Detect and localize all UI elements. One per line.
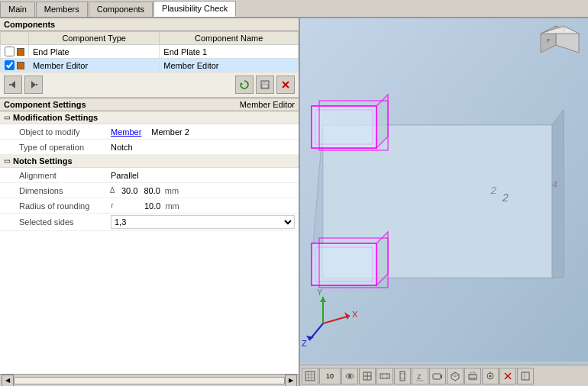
bottom-scrollbar[interactable]: ◀ ▶ — [0, 374, 299, 386]
components-toolbar — [0, 72, 299, 98]
viewport-toolbar: 10 — [300, 365, 588, 386]
tab-plausibility-check[interactable]: Plausibility Check — [153, 1, 236, 17]
box-icon — [450, 371, 460, 381]
cam2-button[interactable] — [482, 368, 499, 384]
print-icon — [467, 371, 478, 381]
row2-check-cell[interactable] — [1, 59, 29, 72]
object-value2: Member 2 — [151, 127, 189, 137]
expand-icon — [520, 371, 531, 381]
print-button[interactable] — [464, 368, 481, 384]
save-icon — [260, 79, 270, 90]
settings-title: Component Settings — [4, 100, 86, 109]
tab-bar: Main Members Components Plausibility Che… — [0, 0, 588, 18]
prop-name-dimensions: Dimensions — [15, 185, 107, 197]
left-panel: Components Component Type Component Name — [0, 18, 300, 386]
col-checkbox — [1, 32, 29, 45]
notch-settings-group[interactable]: ▭ Notch Settings — [0, 155, 299, 168]
table-row[interactable]: Member Editor Member Editor — [1, 59, 299, 72]
svg-marker-4 — [241, 82, 243, 85]
components-section: Components Component Type Component Name — [0, 18, 299, 72]
prop-name-alignment: Alignment — [15, 169, 107, 182]
row1-checkbox[interactable] — [5, 47, 15, 56]
prop-value-sides: 1,3 2,4 1,2,3,4 — [107, 214, 299, 230]
type-value: Notch — [111, 143, 133, 152]
fit-h-icon — [380, 371, 390, 381]
tab-components[interactable]: Components — [89, 2, 153, 17]
refresh-button[interactable] — [235, 76, 254, 94]
components-header: Components — [0, 18, 299, 31]
tab-members[interactable]: Members — [36, 2, 88, 17]
row2-name: Member Editor — [160, 59, 299, 72]
svg-rect-3 — [36, 84, 37, 85]
prop-value-alignment: Parallel — [107, 169, 299, 182]
row1-type: End Plate — [29, 45, 160, 59]
svg-line-63 — [451, 375, 455, 377]
scene-container: 4 2 X Y Z — [300, 18, 588, 386]
object-link[interactable]: Member — [111, 127, 141, 137]
settings-subtitle: Member Editor — [240, 100, 295, 109]
svg-rect-54 — [400, 372, 405, 381]
prop-value-radius: 10.0 mm — [118, 200, 299, 212]
svg-marker-13 — [552, 110, 564, 278]
sides-select[interactable]: 1,3 2,4 1,2,3,4 — [111, 215, 295, 229]
prop-selected-sides: Selected sides 1,3 2,4 1,2,3,4 — [0, 214, 299, 231]
prop-radius: Radius of rounding r 10.0 mm — [0, 198, 299, 214]
fit-v-icon — [397, 371, 408, 381]
prop-value-dimensions: 30.0 80.0 mm — [118, 185, 299, 197]
prop-name-type: Type of operation — [15, 141, 107, 153]
fit-v-button[interactable] — [394, 368, 411, 384]
fit-h-button[interactable] — [376, 368, 393, 384]
scroll-right-button[interactable]: ▶ — [285, 375, 297, 387]
fit-z-icon: Z — [415, 371, 425, 381]
svg-point-47 — [348, 375, 351, 378]
delete-button[interactable] — [276, 76, 295, 94]
col-type: Component Type — [29, 32, 160, 45]
row2-checkbox[interactable] — [5, 60, 15, 70]
dim-unit: mm — [165, 186, 179, 195]
svg-text:Z: Z — [417, 373, 422, 381]
svg-rect-7 — [262, 85, 268, 88]
col-name: Component Name — [160, 32, 299, 45]
settings-header: Component Settings Member Editor — [0, 98, 299, 111]
svg-marker-20 — [312, 243, 376, 285]
tab-main[interactable]: Main — [0, 2, 35, 17]
svg-point-69 — [489, 375, 492, 377]
close-view-button[interactable] — [499, 368, 516, 384]
label-2: 2 — [491, 185, 496, 196]
delete-icon — [280, 79, 291, 90]
svg-rect-1 — [9, 84, 11, 85]
prop-value-object: Member Member 2 — [107, 126, 299, 138]
fit-all-icon — [362, 371, 373, 381]
box-view-button[interactable] — [447, 368, 464, 384]
expand-button[interactable] — [517, 368, 534, 384]
radius-unit: mm — [165, 201, 179, 211]
dim-value1: 30.0 — [121, 186, 137, 195]
scroll-left-button[interactable]: ◀ — [2, 375, 14, 387]
viewport-svg: 4 2 X Y Z — [300, 18, 588, 362]
eye-button[interactable] — [341, 368, 358, 384]
svg-rect-6 — [263, 81, 266, 83]
prop-dimensions: Dimensions Δ 30.0 80.0 mm — [0, 183, 299, 198]
row1-check-cell[interactable] — [1, 45, 29, 59]
delta-icon: Δ — [107, 186, 118, 195]
close-x-icon — [502, 371, 513, 381]
prop-value-type: Notch — [107, 141, 299, 153]
table-row[interactable]: End Plate End Plate 1 — [1, 45, 299, 59]
camera-button[interactable] — [429, 368, 446, 384]
row1-name: End Plate 1 — [160, 45, 299, 59]
svg-text:Y: Y — [317, 288, 323, 297]
scroll-track[interactable] — [14, 377, 285, 384]
modification-settings-group[interactable]: ▭ Modification Settings — [0, 111, 299, 124]
move-left-button[interactable] — [4, 76, 22, 94]
scale-label: 10 — [326, 372, 334, 380]
fit-all-button[interactable] — [359, 368, 376, 384]
grid-button[interactable] — [302, 368, 318, 384]
radius-value: 10.0 — [144, 201, 160, 211]
svg-rect-65 — [469, 375, 477, 379]
save-button[interactable] — [256, 76, 274, 94]
cam2-icon — [485, 371, 496, 381]
move-right-button[interactable] — [24, 76, 43, 94]
collapse-icon: ▭ — [4, 114, 11, 121]
scale-button[interactable]: 10 — [319, 368, 341, 384]
fit-z-button[interactable]: Z — [412, 368, 428, 384]
